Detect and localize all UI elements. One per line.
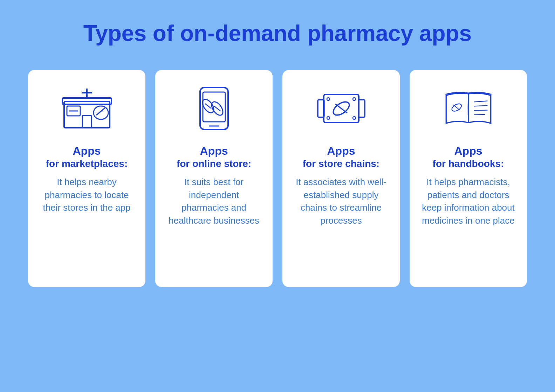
svg-line-25: [335, 104, 347, 113]
svg-point-22: [327, 117, 330, 119]
svg-line-29: [474, 106, 487, 106]
card-marketplace-body: It helps nearby pharmacies to locate the…: [38, 176, 136, 214]
card-handbooks-subtitle: for handbooks:: [433, 158, 504, 170]
card-store-chains-subtitle: for store chains:: [303, 158, 379, 170]
svg-line-30: [474, 110, 487, 111]
card-online-store-apps-label: Apps: [200, 144, 228, 158]
svg-point-21: [353, 98, 356, 100]
svg-line-27: [453, 105, 460, 110]
book-pill-icon: [440, 84, 496, 133]
svg-point-20: [327, 98, 330, 100]
card-handbooks-body: It helps pharmacists, patients and docto…: [419, 176, 517, 227]
pill-board-icon: [313, 84, 369, 133]
card-marketplace-subtitle: for marketplaces:: [46, 158, 128, 170]
card-online-store: Apps for online store: It suits best for…: [155, 70, 273, 287]
svg-rect-6: [82, 115, 91, 128]
svg-line-31: [474, 114, 485, 115]
card-handbooks-apps-label: Apps: [454, 144, 482, 158]
svg-rect-7: [94, 106, 108, 119]
card-store-chains: Apps for store chains: It associates wit…: [282, 70, 400, 287]
pharmacy-store-icon: [59, 84, 115, 133]
card-handbooks: Apps for handbooks: It helps pharmacists…: [410, 70, 527, 287]
svg-line-16: [214, 106, 220, 111]
mobile-pharmacy-icon: [186, 84, 242, 133]
page-title: Types of on-demand pharmacy apps: [83, 21, 472, 46]
svg-line-28: [474, 101, 487, 102]
svg-point-23: [353, 117, 356, 119]
card-online-store-body: It suits best for independent pharmacies…: [165, 176, 263, 227]
card-store-chains-body: It associates with well-established supp…: [292, 176, 390, 227]
svg-line-8: [96, 107, 105, 115]
card-online-store-subtitle: for online store:: [177, 158, 251, 170]
card-marketplace-apps-label: Apps: [73, 144, 101, 158]
svg-rect-0: [64, 102, 110, 128]
svg-line-14: [205, 104, 211, 108]
card-store-chains-apps-label: Apps: [327, 144, 355, 158]
cards-container: Apps for marketplaces: It helps nearby p…: [28, 70, 527, 287]
card-marketplace: Apps for marketplaces: It helps nearby p…: [28, 70, 145, 287]
svg-rect-10: [203, 92, 225, 122]
